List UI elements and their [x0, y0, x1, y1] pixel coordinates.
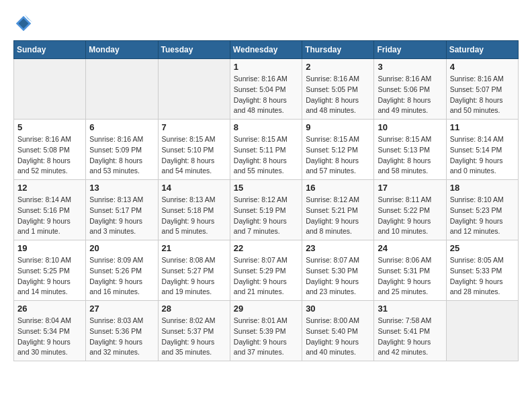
day-number: 28 [162, 304, 226, 314]
day-number: 30 [306, 304, 370, 314]
day-info: Sunrise: 8:16 AM Sunset: 5:06 PM Dayligh… [378, 74, 442, 116]
calendar-cell: 15Sunrise: 8:12 AM Sunset: 5:19 PM Dayli… [230, 180, 302, 240]
calendar-cell: 19Sunrise: 8:10 AM Sunset: 5:25 PM Dayli… [14, 240, 86, 301]
calendar-cell: 5Sunrise: 8:16 AM Sunset: 5:08 PM Daylig… [14, 120, 86, 180]
day-number: 27 [89, 304, 154, 314]
calendar-cell: 24Sunrise: 8:06 AM Sunset: 5:31 PM Dayli… [374, 240, 446, 301]
day-info: Sunrise: 8:04 AM Sunset: 5:34 PM Dayligh… [17, 316, 82, 358]
day-info: Sunrise: 8:06 AM Sunset: 5:31 PM Dayligh… [378, 255, 442, 298]
calendar-cell: 3Sunrise: 8:16 AM Sunset: 5:06 PM Daylig… [374, 59, 446, 120]
calendar-table: SundayMondayTuesdayWednesdayThursdayFrid… [13, 40, 519, 361]
calendar-cell: 25Sunrise: 8:05 AM Sunset: 5:33 PM Dayli… [446, 240, 518, 301]
calendar-cell [446, 301, 518, 361]
calendar-cell: 26Sunrise: 8:04 AM Sunset: 5:34 PM Dayli… [14, 301, 86, 361]
calendar-cell: 29Sunrise: 8:01 AM Sunset: 5:39 PM Dayli… [230, 301, 302, 361]
calendar-cell: 4Sunrise: 8:16 AM Sunset: 5:07 PM Daylig… [446, 59, 518, 120]
day-number: 4 [450, 62, 515, 72]
logo-icon [13, 13, 34, 34]
day-info: Sunrise: 8:11 AM Sunset: 5:22 PM Dayligh… [378, 195, 442, 237]
day-info: Sunrise: 8:10 AM Sunset: 5:23 PM Dayligh… [450, 195, 515, 237]
day-info: Sunrise: 8:15 AM Sunset: 5:13 PM Dayligh… [378, 134, 442, 177]
day-info: Sunrise: 8:14 AM Sunset: 5:14 PM Dayligh… [450, 134, 515, 177]
day-info: Sunrise: 8:14 AM Sunset: 5:16 PM Dayligh… [17, 195, 82, 237]
day-info: Sunrise: 8:15 AM Sunset: 5:10 PM Dayligh… [162, 134, 226, 177]
calendar-cell: 23Sunrise: 8:07 AM Sunset: 5:30 PM Dayli… [302, 240, 374, 301]
weekday-header: Friday [374, 41, 446, 59]
day-number: 15 [234, 183, 298, 193]
day-number: 18 [450, 183, 515, 193]
calendar-cell: 28Sunrise: 8:02 AM Sunset: 5:37 PM Dayli… [158, 301, 230, 361]
day-number: 1 [234, 62, 298, 72]
day-info: Sunrise: 8:13 AM Sunset: 5:18 PM Dayligh… [162, 195, 226, 237]
calendar-cell: 9Sunrise: 8:15 AM Sunset: 5:12 PM Daylig… [302, 120, 374, 180]
calendar-cell: 1Sunrise: 8:16 AM Sunset: 5:04 PM Daylig… [230, 59, 302, 120]
logo [13, 13, 38, 34]
calendar-cell: 13Sunrise: 8:13 AM Sunset: 5:17 PM Dayli… [86, 180, 158, 240]
calendar-cell: 27Sunrise: 8:03 AM Sunset: 5:36 PM Dayli… [86, 301, 158, 361]
day-info: Sunrise: 8:15 AM Sunset: 5:12 PM Dayligh… [306, 134, 370, 177]
day-number: 23 [306, 243, 370, 253]
day-info: Sunrise: 8:05 AM Sunset: 5:33 PM Dayligh… [450, 255, 515, 298]
weekday-header: Saturday [446, 41, 518, 59]
day-number: 13 [89, 183, 154, 193]
day-number: 24 [378, 243, 442, 253]
day-info: Sunrise: 8:07 AM Sunset: 5:29 PM Dayligh… [234, 255, 298, 298]
day-number: 5 [17, 122, 82, 132]
day-info: Sunrise: 8:08 AM Sunset: 5:27 PM Dayligh… [162, 255, 226, 298]
day-info: Sunrise: 8:12 AM Sunset: 5:19 PM Dayligh… [234, 195, 298, 237]
calendar-cell: 16Sunrise: 8:12 AM Sunset: 5:21 PM Dayli… [302, 180, 374, 240]
day-number: 10 [378, 122, 442, 132]
day-number: 17 [378, 183, 442, 193]
day-number: 20 [89, 243, 154, 253]
calendar-cell: 31Sunrise: 7:58 AM Sunset: 5:41 PM Dayli… [374, 301, 446, 361]
day-info: Sunrise: 8:12 AM Sunset: 5:21 PM Dayligh… [306, 195, 370, 237]
weekday-header: Sunday [14, 41, 86, 59]
calendar-cell: 11Sunrise: 8:14 AM Sunset: 5:14 PM Dayli… [446, 120, 518, 180]
day-number: 11 [450, 122, 515, 132]
calendar-cell [158, 59, 230, 120]
calendar-cell: 22Sunrise: 8:07 AM Sunset: 5:29 PM Dayli… [230, 240, 302, 301]
calendar-cell: 21Sunrise: 8:08 AM Sunset: 5:27 PM Dayli… [158, 240, 230, 301]
day-number: 19 [17, 243, 82, 253]
day-number: 9 [306, 122, 370, 132]
day-number: 6 [89, 122, 154, 132]
calendar-cell: 2Sunrise: 8:16 AM Sunset: 5:05 PM Daylig… [302, 59, 374, 120]
calendar-cell: 10Sunrise: 8:15 AM Sunset: 5:13 PM Dayli… [374, 120, 446, 180]
day-info: Sunrise: 8:10 AM Sunset: 5:25 PM Dayligh… [17, 255, 82, 298]
day-number: 3 [378, 62, 442, 72]
day-info: Sunrise: 8:13 AM Sunset: 5:17 PM Dayligh… [89, 195, 154, 237]
day-info: Sunrise: 8:02 AM Sunset: 5:37 PM Dayligh… [162, 316, 226, 358]
day-number: 14 [162, 183, 226, 193]
day-info: Sunrise: 8:00 AM Sunset: 5:40 PM Dayligh… [306, 316, 370, 358]
calendar-cell: 30Sunrise: 8:00 AM Sunset: 5:40 PM Dayli… [302, 301, 374, 361]
calendar-cell [86, 59, 158, 120]
day-number: 31 [378, 304, 442, 314]
day-number: 26 [17, 304, 82, 314]
calendar-week-row: 1Sunrise: 8:16 AM Sunset: 5:04 PM Daylig… [14, 59, 519, 120]
day-info: Sunrise: 8:09 AM Sunset: 5:26 PM Dayligh… [89, 255, 154, 298]
calendar-header: SundayMondayTuesdayWednesdayThursdayFrid… [14, 41, 519, 59]
calendar-cell: 17Sunrise: 8:11 AM Sunset: 5:22 PM Dayli… [374, 180, 446, 240]
calendar-cell [14, 59, 86, 120]
calendar-cell: 18Sunrise: 8:10 AM Sunset: 5:23 PM Dayli… [446, 180, 518, 240]
day-info: Sunrise: 8:15 AM Sunset: 5:11 PM Dayligh… [234, 134, 298, 177]
day-info: Sunrise: 7:58 AM Sunset: 5:41 PM Dayligh… [378, 316, 442, 358]
day-info: Sunrise: 8:16 AM Sunset: 5:04 PM Dayligh… [234, 74, 298, 116]
day-number: 22 [234, 243, 298, 253]
weekday-header: Monday [86, 41, 158, 59]
day-info: Sunrise: 8:16 AM Sunset: 5:09 PM Dayligh… [89, 134, 154, 177]
day-info: Sunrise: 8:16 AM Sunset: 5:08 PM Dayligh… [17, 134, 82, 177]
day-info: Sunrise: 8:16 AM Sunset: 5:05 PM Dayligh… [306, 74, 370, 116]
day-number: 12 [17, 183, 82, 193]
weekday-header: Thursday [302, 41, 374, 59]
calendar-cell: 20Sunrise: 8:09 AM Sunset: 5:26 PM Dayli… [86, 240, 158, 301]
weekday-header: Wednesday [230, 41, 302, 59]
day-number: 7 [162, 122, 226, 132]
day-info: Sunrise: 8:07 AM Sunset: 5:30 PM Dayligh… [306, 255, 370, 298]
day-number: 29 [234, 304, 298, 314]
day-number: 8 [234, 122, 298, 132]
day-number: 25 [450, 243, 515, 253]
calendar-week-row: 19Sunrise: 8:10 AM Sunset: 5:25 PM Dayli… [14, 240, 519, 301]
calendar-cell: 6Sunrise: 8:16 AM Sunset: 5:09 PM Daylig… [86, 120, 158, 180]
calendar-cell: 14Sunrise: 8:13 AM Sunset: 5:18 PM Dayli… [158, 180, 230, 240]
